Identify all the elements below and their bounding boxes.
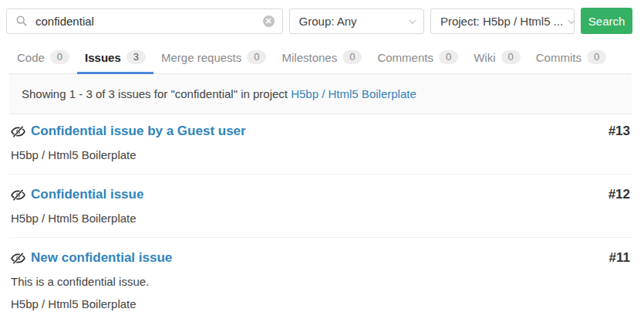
clear-search-icon[interactable]: ✕ xyxy=(263,15,275,27)
group-filter-dropdown[interactable]: Group: Any xyxy=(289,8,424,34)
issue-result-row: Confidential issue #12 H5bp / Html5 Boil… xyxy=(9,175,632,238)
tab-label: Comments xyxy=(377,51,433,64)
eye-slash-icon xyxy=(11,253,25,264)
issue-project-name: H5bp / Html5 Boilerplate xyxy=(11,212,630,225)
issue-results-list: Confidential issue by a Guest user #13 H… xyxy=(9,114,632,312)
issue-result-row: New confidential issue #11 This is a con… xyxy=(9,238,632,312)
tab-label: Commits xyxy=(536,51,582,64)
chevron-down-icon xyxy=(409,16,416,24)
issue-title-link[interactable]: New confidential issue xyxy=(31,250,602,266)
tab-count-badge: 0 xyxy=(50,50,69,64)
search-icon xyxy=(16,15,27,26)
tab-comments[interactable]: Comments 0 xyxy=(369,41,466,74)
results-summary-bar: Showing 1 - 3 of 3 issues for "confident… xyxy=(9,74,632,114)
result-header: Confidential issue #12 xyxy=(11,187,630,202)
tab-count-badge: 0 xyxy=(439,50,458,64)
issue-id: #11 xyxy=(609,250,630,266)
tab-label: Merge requests xyxy=(161,51,241,64)
issue-project-name: H5bp / Html5 Boilerplate xyxy=(11,297,630,310)
tab-issues[interactable]: Issues 3 xyxy=(77,41,153,74)
project-filter-value: Project: H5bp / Html5 ... xyxy=(440,15,563,28)
tab-label: Milestones xyxy=(282,51,337,64)
chevron-down-icon xyxy=(568,16,575,24)
issue-title-link[interactable]: Confidential issue by a Guest user xyxy=(31,124,601,139)
search-input[interactable] xyxy=(34,14,263,29)
tab-code[interactable]: Code 0 xyxy=(9,41,77,74)
search-scope-tabs: Code 0 Issues 3 Merge requests 0 Milesto… xyxy=(9,41,632,74)
project-filter-dropdown[interactable]: Project: H5bp / Html5 ... xyxy=(430,8,575,34)
issue-title-link[interactable]: Confidential issue xyxy=(31,187,601,202)
tab-label: Issues xyxy=(85,51,121,64)
tab-wiki[interactable]: Wiki 0 xyxy=(466,41,528,74)
issue-project-name: H5bp / Html5 Boilerplate xyxy=(11,148,630,161)
eye-slash-icon xyxy=(11,189,25,201)
search-box[interactable]: ✕ xyxy=(6,8,283,34)
tab-count-badge: 0 xyxy=(501,50,521,64)
results-summary-text: Showing 1 - 3 of 3 issues for "confident… xyxy=(22,87,291,100)
tab-count-badge: 0 xyxy=(587,50,606,64)
tab-commits[interactable]: Commits 0 xyxy=(528,41,614,74)
issue-id: #13 xyxy=(609,124,630,139)
tab-count-badge: 0 xyxy=(342,50,362,64)
eye-slash-icon xyxy=(11,126,25,137)
group-filter-value: Group: Any xyxy=(299,15,357,28)
issue-result-row: Confidential issue by a Guest user #13 H… xyxy=(9,114,632,175)
result-header: New confidential issue #11 xyxy=(11,250,630,266)
issue-description: This is a confidential issue. xyxy=(11,275,630,288)
result-header: Confidential issue by a Guest user #13 xyxy=(11,124,630,139)
issue-id: #12 xyxy=(609,187,630,202)
tab-count-badge: 3 xyxy=(126,50,146,64)
tab-label: Wiki xyxy=(474,51,495,64)
summary-project-link[interactable]: H5bp / Html5 Boilerplate xyxy=(291,87,416,100)
tab-count-badge: 0 xyxy=(247,50,266,64)
tab-milestones[interactable]: Milestones 0 xyxy=(274,41,369,74)
search-button[interactable]: Search xyxy=(581,8,632,34)
tab-merge-requests[interactable]: Merge requests 0 xyxy=(153,41,274,74)
tab-label: Code xyxy=(17,51,45,64)
search-toolbar: ✕ Group: Any Project: H5bp / Html5 ... S… xyxy=(0,0,644,41)
